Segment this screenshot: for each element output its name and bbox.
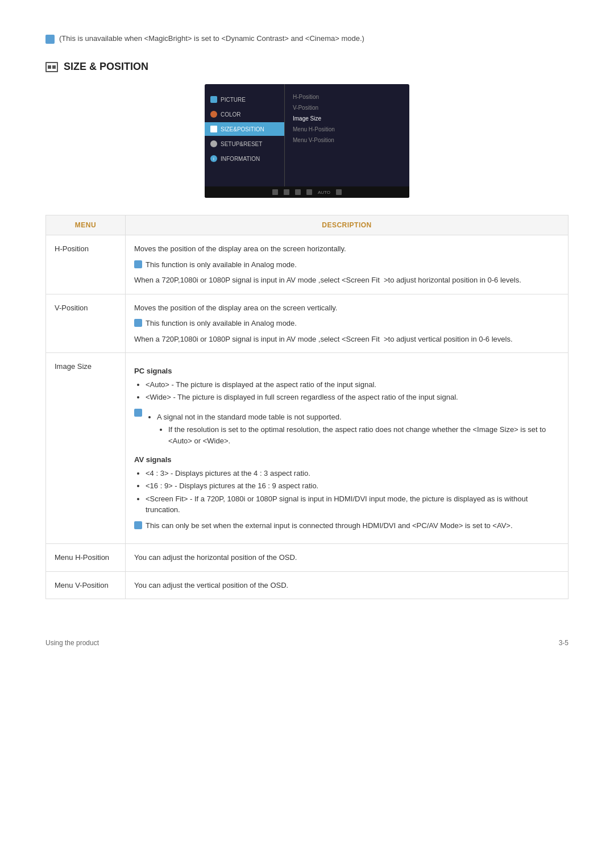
menu-cell-image-size: Image Size: [46, 353, 126, 544]
osd-sub-menu-v: Menu V-Position: [290, 136, 404, 144]
footer: Using the product 3-5: [45, 633, 569, 647]
osd-color-label: COLOR: [221, 111, 241, 118]
osd-sub-v-position: V-Position: [290, 103, 404, 112]
av-note: This can only be set when the external i…: [134, 520, 559, 531]
pc-note-bullet: A signal not in the standard mode table …: [134, 408, 559, 450]
h-note1-text: This function is only available in Analo…: [146, 259, 297, 271]
content-table: MENU DESCRIPTION H-Position Moves the po…: [45, 215, 569, 599]
pc-note-inner-list: A signal not in the standard mode table …: [146, 410, 559, 448]
note-text: (This is unavailable when <MagicBright> …: [59, 34, 364, 43]
table-row: Menu V-Position You can adjust the verti…: [46, 571, 569, 599]
osd-info-label: INFORMATION: [221, 156, 260, 162]
col-header-description: DESCRIPTION: [126, 215, 569, 235]
av-note-text: This can only be set when the external i…: [146, 520, 513, 531]
section-title: SIZE & POSITION: [45, 61, 569, 73]
pc-bullet-2: <Wide> - The picture is displayed in ful…: [146, 392, 559, 403]
desc-cell-menu-v: You can adjust the vertical position of …: [126, 571, 569, 599]
osd-auto-text: AUTO: [318, 190, 330, 195]
table-row: H-Position Moves the position of the dis…: [46, 235, 569, 294]
av-signals-label: AV signals: [134, 454, 559, 466]
menu-cell-menu-h: Menu H-Position: [46, 544, 126, 572]
osd-size-label: SIZE&POSITION: [221, 126, 264, 132]
size-position-icon: [45, 62, 58, 72]
desc-cell-image-size: PC signals <Auto> - The picture is displ…: [126, 353, 569, 544]
osd-bottom-bar: AUTO: [205, 186, 409, 198]
table-row: V-Position Moves the position of the dis…: [46, 294, 569, 353]
pc-bullets-list: <Auto> - The picture is displayed at the…: [134, 379, 559, 403]
pc-bullet-1: <Auto> - The picture is displayed at the…: [146, 379, 559, 391]
v-position-main: Moves the position of the display area o…: [134, 302, 559, 314]
note-inline-icon-pc: [134, 409, 142, 417]
note-inline-icon-v: [134, 319, 142, 327]
av-bullet-1: <4 : 3> - Displays pictures at the 4 : 3…: [146, 468, 559, 479]
osd-item-setup: SETUP&RESET: [205, 137, 284, 151]
desc-cell-menu-h: You can adjust the horizontal position o…: [126, 544, 569, 572]
top-note: (This is unavailable when <MagicBright> …: [45, 34, 569, 44]
osd-item-info: i INFORMATION: [205, 152, 284, 165]
note-inline-icon-av: [134, 521, 142, 529]
section-title-text: SIZE & POSITION: [64, 61, 148, 73]
osd-btn-prev: [272, 189, 278, 195]
v-note1-text: This function is only available in Analo…: [146, 318, 297, 329]
desc-cell-v-position: Moves the position of the display area o…: [126, 294, 569, 353]
osd-item-color: COLOR: [205, 107, 284, 121]
av-bullet-3: <Screen Fit> - If a 720P, 1080i or 1080P…: [146, 493, 559, 516]
osd-item-size: SIZE&POSITION: [205, 122, 284, 136]
osd-sub-image-size: Image Size: [290, 114, 404, 123]
menu-cell-v-position: V-Position: [46, 294, 126, 353]
av-bullets-list: <4 : 3> - Displays pictures at the 4 : 3…: [134, 468, 559, 516]
osd-btn-exit: [336, 189, 342, 195]
osd-item-picture: PICTURE: [205, 93, 284, 106]
pc-note-bullet-text: A signal not in the standard mode table …: [157, 412, 559, 423]
osd-sub-h-position: H-Position: [290, 93, 404, 101]
pc-sub-note-list: If the resolution is set to the optimal …: [157, 424, 559, 446]
desc-cell-h-position: Moves the position of the display area o…: [126, 235, 569, 294]
h-position-note2: When a 720P,1080i or 1080P signal is inp…: [134, 275, 559, 286]
info-icon: i: [210, 155, 217, 162]
note-inline-icon: [134, 260, 142, 268]
menu-cell-h-position: H-Position: [46, 235, 126, 294]
osd-setup-label: SETUP&RESET: [221, 141, 262, 147]
v-position-note2: When a 720P,1080i or 1080P signal is inp…: [134, 334, 559, 345]
menu-cell-menu-v: Menu V-Position: [46, 571, 126, 599]
osd-screenshot: PICTURE COLOR SIZE&POSITION SETUP&RESET …: [205, 84, 409, 198]
osd-divider: [284, 84, 285, 198]
av-bullet-2: <16 : 9> - Displays pictures at the 16 :…: [146, 480, 559, 492]
table-row: Menu H-Position You can adjust the horiz…: [46, 544, 569, 572]
note-icon: [45, 35, 55, 44]
osd-left-panel: PICTURE COLOR SIZE&POSITION SETUP&RESET …: [205, 84, 284, 198]
h-position-main: Moves the position of the display area o…: [134, 243, 559, 255]
v-position-note1: This function is only available in Analo…: [134, 318, 559, 329]
osd-menu: PICTURE COLOR SIZE&POSITION SETUP&RESET …: [205, 84, 409, 198]
osd-btn-back: [306, 189, 312, 195]
h-position-note1: This function is only available in Analo…: [134, 259, 559, 271]
osd-sub-menu-h: Menu H-Position: [290, 125, 404, 134]
osd-btn-next: [284, 189, 289, 195]
pc-sub-note-text: If the resolution is set to the optimal …: [168, 424, 559, 446]
osd-picture-label: PICTURE: [221, 97, 246, 103]
color-icon: [210, 111, 217, 118]
col-header-menu: MENU: [46, 215, 126, 235]
osd-right-panel: H-Position V-Position Image Size Menu H-…: [284, 84, 409, 198]
setup-icon: [210, 140, 217, 147]
table-row: Image Size PC signals <Auto> - The pictu…: [46, 353, 569, 544]
osd-btn-enter: [295, 189, 301, 195]
footer-right: 3-5: [559, 639, 569, 647]
picture-icon: [210, 96, 217, 103]
footer-left: Using the product: [45, 639, 99, 647]
pc-signals-label: PC signals: [134, 366, 559, 377]
size-icon: [210, 126, 217, 132]
